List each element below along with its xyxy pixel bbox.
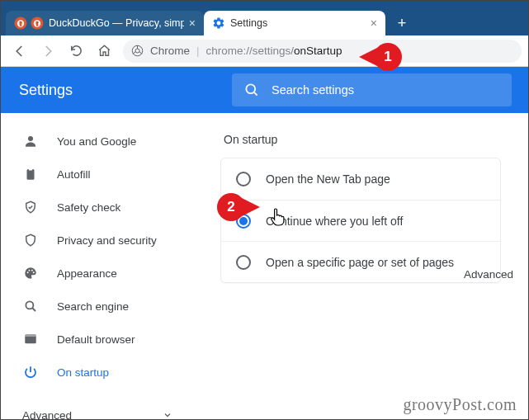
callout-2: 2 bbox=[217, 193, 260, 221]
sidebar-item-label: Search engine bbox=[57, 300, 129, 313]
svg-point-5 bbox=[37, 21, 38, 22]
browser-icon bbox=[22, 331, 39, 347]
scheme-label: Chrome bbox=[150, 45, 190, 57]
toolbar: Chrome | chrome://settings/onStartup bbox=[1, 35, 528, 67]
address-bar[interactable]: Chrome | chrome://settings/onStartup bbox=[123, 40, 522, 63]
svg-point-12 bbox=[27, 271, 29, 273]
sidebar-item-on-startup[interactable]: On startup bbox=[1, 356, 214, 389]
svg-rect-10 bbox=[27, 169, 35, 180]
forward-button[interactable] bbox=[35, 39, 60, 64]
tab-strip: DuckDuckGo — Privacy, simplifie × Settin… bbox=[1, 7, 528, 35]
sidebar: You and Google Autofill Safety check Pri… bbox=[1, 113, 214, 419]
svg-point-2 bbox=[21, 21, 21, 22]
tab-settings[interactable]: Settings × bbox=[204, 11, 385, 35]
tab-label: DuckDuckGo — Privacy, simplifie bbox=[49, 17, 184, 29]
option-label: Open the New Tab page bbox=[266, 172, 390, 186]
startup-options-card: Open the New Tab page Continue where you… bbox=[220, 158, 501, 283]
search-icon bbox=[243, 82, 260, 98]
option-label: Continue where you left off bbox=[266, 215, 403, 228]
shield-check-icon bbox=[22, 199, 39, 215]
back-button[interactable] bbox=[7, 39, 32, 64]
sidebar-item-label: Privacy and security bbox=[57, 234, 157, 247]
clipboard-icon bbox=[22, 166, 39, 182]
option-continue[interactable]: Continue where you left off bbox=[221, 200, 500, 241]
gear-icon bbox=[212, 17, 225, 30]
callout-1: 1 bbox=[359, 43, 402, 71]
duckduckgo-favicon-dup bbox=[31, 17, 44, 30]
page-title: Settings bbox=[1, 82, 232, 99]
person-icon bbox=[22, 133, 39, 149]
close-icon[interactable]: × bbox=[189, 17, 196, 30]
sidebar-item-label: Default browser bbox=[57, 333, 135, 346]
sidebar-item-you-and-google[interactable]: You and Google bbox=[1, 125, 214, 158]
power-icon bbox=[22, 364, 39, 380]
tab-label: Settings bbox=[230, 17, 267, 29]
omnibox-separator: | bbox=[196, 45, 200, 57]
option-new-tab[interactable]: Open the New Tab page bbox=[221, 158, 500, 200]
duckduckgo-favicon bbox=[14, 17, 27, 30]
main-content: On startup Open the New Tab page Continu… bbox=[214, 113, 528, 419]
home-button[interactable] bbox=[92, 39, 116, 64]
section-title: On startup bbox=[224, 133, 528, 146]
palette-icon bbox=[22, 265, 39, 281]
sidebar-item-label: Appearance bbox=[57, 267, 117, 280]
svg-point-9 bbox=[28, 136, 33, 141]
advanced-label: Advanced bbox=[22, 409, 72, 421]
omnibox-url: chrome://settings/onStartup bbox=[206, 45, 342, 57]
sidebar-item-safety-check[interactable]: Safety check bbox=[1, 191, 214, 224]
sidebar-item-label: Autofill bbox=[57, 168, 91, 181]
sidebar-item-privacy-security[interactable]: Privacy and security bbox=[1, 224, 214, 257]
sidebar-advanced-toggle[interactable]: Advanced bbox=[1, 397, 214, 420]
sidebar-item-appearance[interactable]: Appearance bbox=[1, 257, 214, 290]
sidebar-item-search-engine[interactable]: Search engine bbox=[1, 290, 214, 323]
tab-duckduckgo[interactable]: DuckDuckGo — Privacy, simplifie × bbox=[6, 11, 204, 35]
radio-unchecked-icon[interactable] bbox=[236, 255, 251, 270]
shield-icon bbox=[22, 232, 39, 248]
svg-point-13 bbox=[29, 270, 31, 271]
sidebar-item-label: You and Google bbox=[57, 135, 136, 148]
chevron-down-icon bbox=[163, 410, 172, 420]
advanced-link[interactable]: Advanced bbox=[464, 268, 513, 281]
svg-point-16 bbox=[26, 301, 33, 309]
svg-rect-18 bbox=[25, 334, 36, 337]
search-settings-input[interactable]: Search settings bbox=[232, 73, 512, 106]
sidebar-item-autofill[interactable]: Autofill bbox=[1, 158, 214, 191]
new-tab-button[interactable]: + bbox=[390, 12, 413, 35]
search-icon bbox=[22, 298, 39, 314]
search-placeholder: Search settings bbox=[272, 83, 354, 97]
chrome-scheme-icon bbox=[131, 45, 144, 57]
close-icon[interactable]: × bbox=[371, 17, 377, 30]
sidebar-item-label: Safety check bbox=[57, 201, 120, 214]
svg-point-7 bbox=[135, 49, 139, 53]
sidebar-item-label: On startup bbox=[57, 366, 109, 379]
sidebar-item-default-browser[interactable]: Default browser bbox=[1, 323, 214, 356]
reload-button[interactable] bbox=[64, 39, 88, 64]
settings-header: Settings Search settings bbox=[1, 67, 528, 113]
svg-rect-11 bbox=[29, 168, 33, 171]
svg-point-14 bbox=[31, 270, 33, 271]
svg-point-15 bbox=[33, 271, 35, 273]
radio-unchecked-icon[interactable] bbox=[236, 172, 251, 186]
watermark: groovyPost.com bbox=[403, 395, 517, 414]
option-specific-pages[interactable]: Open a specific page or set of pages bbox=[221, 241, 500, 282]
svg-point-8 bbox=[246, 84, 255, 93]
option-label: Open a specific page or set of pages bbox=[266, 256, 454, 269]
